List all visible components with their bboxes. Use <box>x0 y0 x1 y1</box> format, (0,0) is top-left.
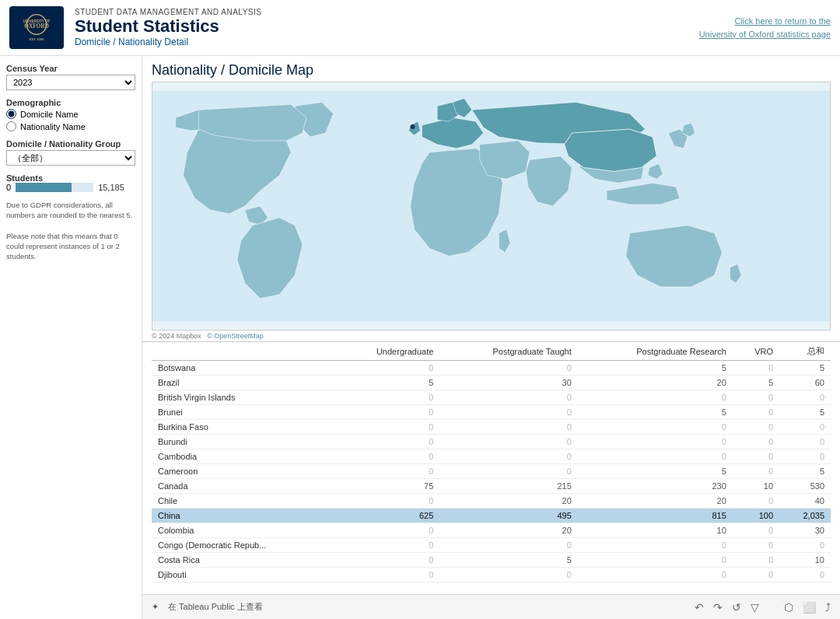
map-title: Nationality / Domicile Map <box>152 62 831 79</box>
table-cell-country: Brunei <box>152 405 334 420</box>
table-cell-country: Burkina Faso <box>152 420 334 435</box>
table-cell-value: 10 <box>779 553 831 568</box>
arrow-down-icon[interactable]: ▽ <box>751 601 759 614</box>
table-row: China6254958151002,035 <box>152 509 831 523</box>
table-cell-value: 5 <box>779 464 831 479</box>
map-caption: © 2024 Mapbox © OpenStreetMap <box>152 332 831 340</box>
students-min: 0 <box>6 183 11 192</box>
table-row: Cambodia00000 <box>152 449 831 464</box>
gdpr-note-2: Please note that this means that 0 could… <box>6 231 135 262</box>
col-undergraduate: Undergraduate <box>334 342 439 361</box>
table-cell-value: 10 <box>733 479 779 494</box>
data-table: Undergraduate Postgraduate Taught Postgr… <box>152 342 831 582</box>
table-cell-value: 0 <box>578 553 733 568</box>
header: UNIVERSITY OF OXFORD EST. 1096 STUDENT D… <box>0 0 840 56</box>
openstreetmap-link[interactable]: © OpenStreetMap <box>207 332 264 340</box>
table-cell-value: 495 <box>439 509 577 523</box>
table-cell-country: China <box>152 509 334 523</box>
nationality-radio-label: Nationality Name <box>20 122 86 131</box>
table-cell-value: 20 <box>578 376 733 390</box>
table-cell-value: 0 <box>334 538 439 553</box>
table-cell-value: 0 <box>733 494 779 509</box>
table-cell-value: 5 <box>578 464 733 479</box>
students-section: Students 0 15,185 <box>6 173 135 192</box>
students-label: Students <box>6 173 135 183</box>
redo-icon[interactable]: ↷ <box>713 601 723 614</box>
table-cell-value: 60 <box>779 376 831 390</box>
domicile-radio[interactable] <box>6 109 16 119</box>
header-left: UNIVERSITY OF OXFORD EST. 1096 STUDENT D… <box>9 6 261 49</box>
table-cell-value: 0 <box>779 568 831 582</box>
table-row: Canada7521523010530 <box>152 479 831 494</box>
table-cell-country: Chile <box>152 494 334 509</box>
table-row: Costa Rica050010 <box>152 553 831 568</box>
demographic-section: Demographic Domicile Name Nationality Na… <box>6 98 135 131</box>
bottom-bar: ✦ 在 Tableau Public 上查看 ↶ ↷ ↺ ▽ ⬡ ⬜ ⤴ <box>142 594 840 619</box>
table-cell-country: Congo (Democratic Repub... <box>152 538 334 553</box>
table-cell-value: 0 <box>439 568 577 582</box>
table-container: Undergraduate Postgraduate Taught Postgr… <box>142 341 840 594</box>
table-cell-value: 30 <box>439 376 577 390</box>
nationality-radio[interactable] <box>6 121 16 131</box>
students-bar-fill <box>16 183 72 192</box>
oxford-stats-link[interactable]: Click here to return to the University o… <box>699 15 831 40</box>
reset-icon[interactable]: ↺ <box>732 601 741 614</box>
table-cell-value: 0 <box>439 420 577 435</box>
table-cell-value: 0 <box>779 390 831 405</box>
table-cell-value: 30 <box>779 523 831 538</box>
demographic-radio-group: Domicile Name Nationality Name <box>6 109 135 131</box>
col-postgraduate-taught: Postgraduate Taught <box>439 342 577 361</box>
col-postgraduate-research: Postgraduate Research <box>578 342 733 361</box>
nationality-radio-item[interactable]: Nationality Name <box>6 121 135 131</box>
fullscreen-icon[interactable]: ⬜ <box>803 601 816 614</box>
table-cell-country: Botswana <box>152 361 334 376</box>
col-total: 总和 <box>779 342 831 361</box>
table-cell-value: 5 <box>733 376 779 390</box>
table-cell-value: 0 <box>779 420 831 435</box>
table-cell-value: 0 <box>733 390 779 405</box>
table-row: Congo (Democratic Repub...00000 <box>152 538 831 553</box>
table-cell-value: 0 <box>733 553 779 568</box>
undo-icon[interactable]: ↶ <box>695 601 704 614</box>
group-select[interactable]: （全部） <box>6 150 135 166</box>
header-main-title: Student Statistics <box>75 16 261 37</box>
table-cell-value: 815 <box>578 509 733 523</box>
table-cell-value: 0 <box>439 449 577 464</box>
table-cell-value: 0 <box>334 390 439 405</box>
table-cell-value: 0 <box>334 361 439 376</box>
svg-point-6 <box>411 124 415 129</box>
table-cell-value: 40 <box>779 494 831 509</box>
table-cell-value: 0 <box>334 568 439 582</box>
table-header-row: Undergraduate Postgraduate Taught Postgr… <box>152 342 831 361</box>
table-cell-value: 0 <box>334 494 439 509</box>
table-cell-value: 5 <box>578 405 733 420</box>
header-subtitle: STUDENT DATA MANAGEMENT AND ANALYSIS <box>75 8 261 16</box>
svg-text:EST. 1096: EST. 1096 <box>30 37 45 41</box>
table-row: British Virgin Islands00000 <box>152 390 831 405</box>
table-cell-country: Canada <box>152 479 334 494</box>
census-year-select[interactable]: 2023 <box>6 75 135 90</box>
table-row: Cameroon00505 <box>152 464 831 479</box>
table-cell-value: 530 <box>779 479 831 494</box>
table-cell-value: 0 <box>733 361 779 376</box>
gdpr-note: Due to GDPR considerations, all numbers … <box>6 200 135 262</box>
table-cell-value: 0 <box>733 435 779 449</box>
group-label: Domicile / Nationality Group <box>6 139 135 149</box>
table-cell-value: 0 <box>733 538 779 553</box>
share-icon[interactable]: ⬡ <box>784 601 793 614</box>
table-cell-value: 75 <box>334 479 439 494</box>
header-titles: STUDENT DATA MANAGEMENT AND ANALYSIS Stu… <box>75 8 261 47</box>
table-row: Brunei00505 <box>152 405 831 420</box>
export-icon[interactable]: ⤴ <box>825 601 831 614</box>
table-cell-value: 2,035 <box>779 509 831 523</box>
table-cell-value: 0 <box>779 449 831 464</box>
table-cell-value: 0 <box>578 435 733 449</box>
table-cell-value: 0 <box>578 568 733 582</box>
group-section: Domicile / Nationality Group （全部） <box>6 139 135 166</box>
table-row: Colombia02010030 <box>152 523 831 538</box>
table-cell-value: 5 <box>334 376 439 390</box>
table-cell-value: 0 <box>439 361 577 376</box>
domicile-radio-item[interactable]: Domicile Name <box>6 109 135 119</box>
census-year-label: Census Year <box>6 64 135 73</box>
table-cell-value: 0 <box>439 405 577 420</box>
